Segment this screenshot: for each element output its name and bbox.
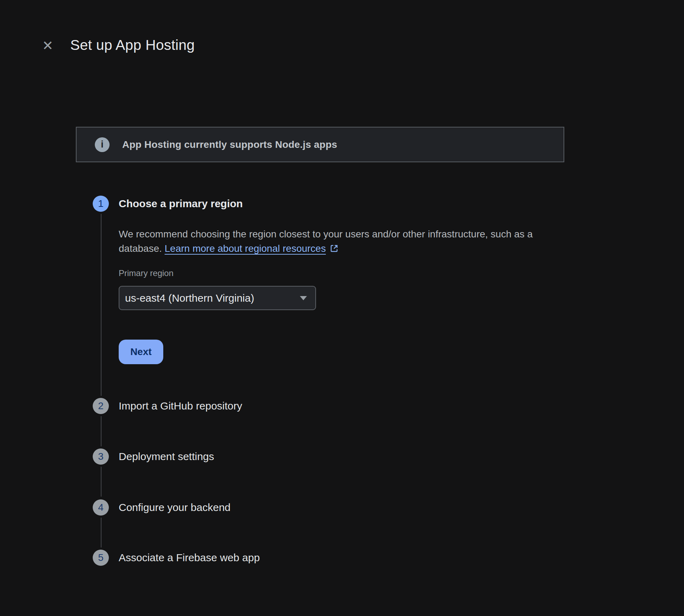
step-title-associate-web-app: Associate a Firebase web app	[119, 550, 260, 566]
learn-more-link-text: Learn more about regional resources	[165, 243, 326, 254]
step-number: 4	[98, 502, 104, 513]
banner-text: App Hosting currently supports Node.js a…	[122, 139, 337, 150]
step-indicator-2: 2	[93, 398, 109, 414]
info-banner: i App Hosting currently supports Node.js…	[76, 127, 564, 162]
step-title-deployment-settings: Deployment settings	[119, 448, 214, 465]
page-title: Set up App Hosting	[70, 35, 195, 55]
description-line1: We recommend choosing the region closest…	[119, 227, 551, 241]
step-title-configure-backend: Configure your backend	[119, 499, 231, 516]
step-number: 5	[98, 552, 104, 563]
step-number: 3	[98, 451, 104, 462]
step-number: 1	[98, 198, 104, 209]
primary-region-label: Primary region	[119, 268, 173, 278]
primary-region-value: us-east4 (Northern Virginia)	[125, 292, 254, 304]
step-connector	[101, 518, 101, 548]
description-line2: database.	[119, 243, 165, 254]
step-connector	[101, 214, 101, 396]
step-connector	[101, 416, 101, 446]
close-icon: ✕	[42, 38, 53, 53]
step-title-import-github: Import a GitHub repository	[119, 398, 242, 414]
primary-region-select[interactable]: us-east4 (Northern Virginia)	[119, 286, 316, 310]
dropdown-arrow-icon	[300, 296, 307, 300]
step-indicator-3: 3	[93, 448, 109, 465]
next-button[interactable]: Next	[119, 340, 163, 364]
step-indicator-5: 5	[93, 550, 109, 566]
step-indicator-1: 1	[93, 196, 109, 212]
close-button[interactable]: ✕	[38, 36, 58, 55]
step-indicator-4: 4	[93, 499, 109, 516]
setup-app-hosting-dialog: ✕ Set up App Hosting i App Hosting curre…	[0, 0, 684, 616]
step-connector	[101, 467, 101, 497]
step1-description: We recommend choosing the region closest…	[119, 227, 551, 256]
step-number: 2	[98, 400, 104, 412]
learn-more-link[interactable]: Learn more about regional resources	[165, 243, 339, 254]
step-title-choose-region: Choose a primary region	[119, 196, 243, 212]
info-icon: i	[95, 137, 110, 152]
external-link-icon	[329, 244, 339, 253]
